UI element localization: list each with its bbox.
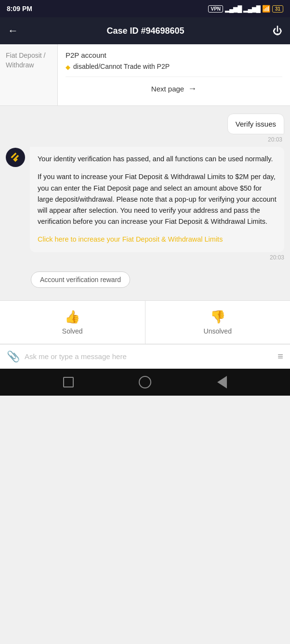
nav-triangle-icon xyxy=(217,376,227,388)
header: ← Case ID #94698605 ⏻ xyxy=(0,17,290,44)
bot-message-time: 20:03 xyxy=(30,254,284,261)
status-icons: VPN ▂▄▆█ ▂▄▆█ 📶 31 xyxy=(208,5,283,13)
thumbs-down-icon: 👎 xyxy=(210,309,225,324)
feedback-row: 👍 Solved 👎 Unsolved xyxy=(0,300,290,344)
nav-circle-icon xyxy=(139,376,151,388)
attachment-icon[interactable]: 📎 xyxy=(7,350,20,363)
input-bar: 📎 Ask me or type a message here ≡ xyxy=(0,344,290,369)
info-card: Fiat Deposit / Withdraw P2P account ◆ di… xyxy=(0,44,290,106)
bot-para-2: If you want to increase your Fiat Deposi… xyxy=(38,171,277,227)
chat-area: Verify issues 20:03 Your identity verifi… xyxy=(0,106,290,300)
info-card-category: Fiat Deposit / Withdraw xyxy=(0,44,58,105)
user-message: Verify issues 20:03 xyxy=(6,114,284,143)
bot-message: Your identity verification has passed, a… xyxy=(6,147,284,260)
status-bar: 8:09 PM VPN ▂▄▆█ ▂▄▆█ 📶 31 xyxy=(0,0,290,17)
nav-square-button[interactable] xyxy=(60,374,77,391)
p2p-title: P2P account xyxy=(66,51,282,59)
vpn-badge: VPN xyxy=(208,5,223,13)
message-input[interactable]: Ask me or type a message here xyxy=(25,352,273,361)
solved-label: Solved xyxy=(62,327,83,335)
nav-home-button[interactable] xyxy=(136,374,154,391)
user-message-bubble: Verify issues xyxy=(227,114,284,134)
unsolved-label: Unsolved xyxy=(204,327,232,335)
solved-button[interactable]: 👍 Solved xyxy=(0,301,145,344)
nav-square-icon xyxy=(63,377,74,387)
nav-bar xyxy=(0,369,290,396)
diamond-icon: ◆ xyxy=(66,63,70,72)
user-message-time: 20:03 xyxy=(268,136,282,143)
bot-message-bubble: Your identity verification has passed, a… xyxy=(30,147,284,252)
battery-badge: 31 xyxy=(272,5,283,13)
nav-back-button[interactable] xyxy=(213,374,231,391)
unsolved-button[interactable]: 👎 Unsolved xyxy=(145,301,290,344)
back-button[interactable]: ← xyxy=(8,26,18,36)
next-page-button[interactable]: Next page → xyxy=(66,77,282,99)
info-card-content: P2P account ◆ disabled/Cannot Trade with… xyxy=(58,44,290,105)
page-title: Case ID #94698605 xyxy=(106,26,184,36)
thumbs-up-icon: 👍 xyxy=(65,309,80,324)
menu-icon[interactable]: ≡ xyxy=(277,351,283,362)
increase-limits-link[interactable]: Click here to increase your Fiat Deposit… xyxy=(38,235,223,243)
bot-avatar xyxy=(6,148,25,167)
status-time: 8:09 PM xyxy=(7,5,32,13)
bot-para-1: Your identity verification has passed, a… xyxy=(38,154,277,165)
p2p-status: ◆ disabled/Cannot Trade with P2P xyxy=(66,62,282,72)
bot-message-content: Your identity verification has passed, a… xyxy=(30,147,284,260)
reward-chip-wrap: Account verification reward xyxy=(6,265,284,293)
signal-icon: ▂▄▆█ xyxy=(225,5,241,13)
power-button[interactable]: ⏻ xyxy=(273,26,282,37)
next-page-arrow-icon: → xyxy=(188,84,197,94)
binance-logo-icon xyxy=(10,152,21,163)
account-verification-reward-chip[interactable]: Account verification reward xyxy=(31,271,130,288)
signal-icon-2: ▂▄▆█ xyxy=(243,5,260,13)
wifi-icon: 📶 xyxy=(262,5,270,13)
